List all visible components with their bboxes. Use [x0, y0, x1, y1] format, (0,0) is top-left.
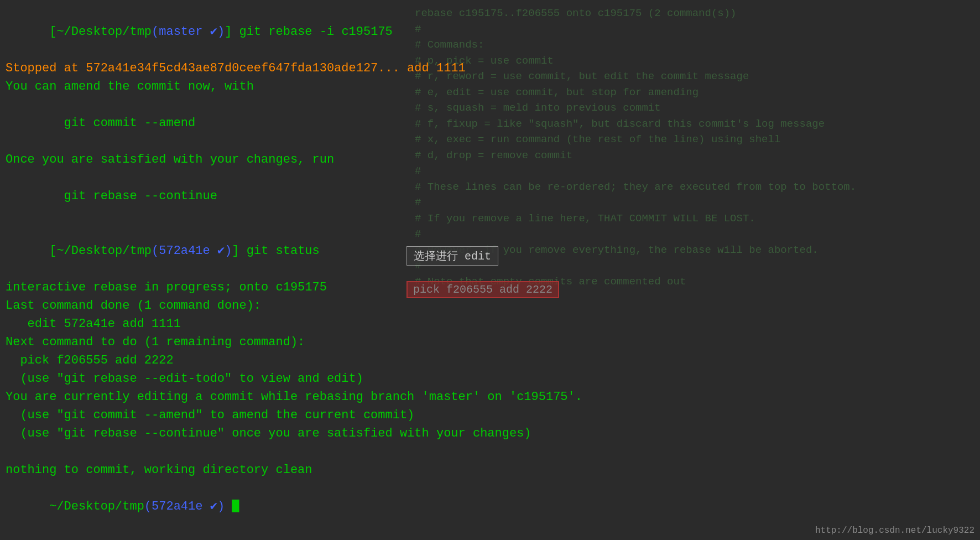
terminal-line-5: git commit --amend — [6, 114, 401, 132]
terminal-line-2: Stopped at 572a41e34f5cd43ae87d0ceef647f… — [6, 59, 401, 77]
annotation-pick-box: pick f206555 add 2222 — [406, 281, 559, 298]
rline-9: # x, exec = run command (the rest of the… — [415, 132, 972, 148]
terminal-line-16: pick f206555 add 2222 — [6, 351, 401, 370]
prompt-branch-1: (master ✔) — [152, 25, 225, 39]
prompt-path-1: [~/Desktop/tmp — [49, 25, 152, 39]
right-panel: rebase c195175..f206555 onto c195175 (2 … — [406, 0, 980, 540]
rline-16: # However, if you remove everything, the… — [415, 242, 972, 258]
terminal-line-14: edit 572a41e add 1111 — [6, 315, 401, 333]
rline-12: # These lines can be re-ordered; they ar… — [415, 179, 972, 195]
terminal-window: rebase c195175..f206555 onto c195175 (2 … — [0, 0, 980, 540]
rline-13: # — [415, 195, 972, 211]
annotation-edit: 选择进行 edit — [406, 246, 498, 266]
terminal-line-blank4 — [6, 205, 401, 224]
rline-11: # — [415, 163, 972, 179]
terminal-line-18: You are currently editing a commit while… — [6, 388, 401, 406]
terminal-line-15: Next command to do (1 remaining command)… — [6, 333, 401, 351]
terminal-line-blank2 — [6, 132, 401, 150]
left-panel: [~/Desktop/tmp(master ✔)] git rebase -i … — [0, 0, 406, 540]
rline-5: # r, reword = use commit, but edit the c… — [415, 69, 972, 85]
terminal-line-19: (use "git commit --amend" to amend the c… — [6, 406, 401, 424]
rline-8: # f, fixup = like "squash", but discard … — [415, 116, 972, 132]
cursor: █ — [225, 500, 239, 513]
prompt-branch-3: (572a41e ✔) — [144, 500, 225, 513]
prompt-path-2: [~/Desktop/tmp — [49, 244, 152, 258]
terminal-line-blank3 — [6, 169, 401, 187]
rline-10: # d, drop = remove commit — [415, 148, 972, 164]
rline-17: # — [415, 258, 972, 274]
command-2: git status — [239, 244, 320, 258]
terminal-line-22: nothing to commit, working directory cle… — [6, 461, 401, 479]
prompt-path-3: ~/Desktop/tmp — [49, 500, 144, 513]
rline-15: # — [415, 226, 972, 242]
rline-3: # Commands: — [415, 37, 972, 53]
terminal-line-3: You can amend the commit now, with — [6, 77, 401, 96]
terminal-line-9: git rebase --continue — [6, 187, 401, 205]
prompt-arrow-1: ] — [225, 25, 232, 39]
rline-7: # s, squash = meld into previous commit — [415, 100, 972, 116]
prompt-branch-2: (572a41e ✔) — [152, 244, 232, 258]
terminal-line-17: (use "git rebase --edit-todo" to view an… — [6, 370, 401, 388]
rline-4: # p, pick = use commit — [415, 53, 972, 69]
terminal-line-11: [~/Desktop/tmp(572a41e ✔)] git status — [6, 224, 401, 278]
terminal-line-7: Once you are satisfied with your changes… — [6, 150, 401, 169]
prompt-arrow-2: ] — [232, 244, 239, 258]
terminal-line-13: Last command done (1 command done): — [6, 297, 401, 315]
rline-1: rebase c195175..f206555 onto c195175 (2 … — [415, 6, 972, 22]
terminal-line-blank5 — [6, 443, 401, 461]
terminal-line-23: ~/Desktop/tmp(572a41e ✔) █ — [6, 479, 401, 534]
terminal-line-blank1 — [6, 96, 401, 114]
rline-14: # If you remove a line here, THAT COMMIT… — [415, 211, 972, 227]
terminal-line-12: interactive rebase in progress; onto c19… — [6, 278, 401, 297]
rline-6: # e, edit = use commit, but stop for ame… — [415, 85, 972, 101]
terminal-line-20: (use "git rebase --continue" once you ar… — [6, 424, 401, 443]
rline-2: # — [415, 22, 972, 38]
terminal-line-1: [~/Desktop/tmp(master ✔)] git rebase -i … — [6, 4, 401, 59]
command-1: git rebase -i c195175 — [232, 25, 392, 39]
